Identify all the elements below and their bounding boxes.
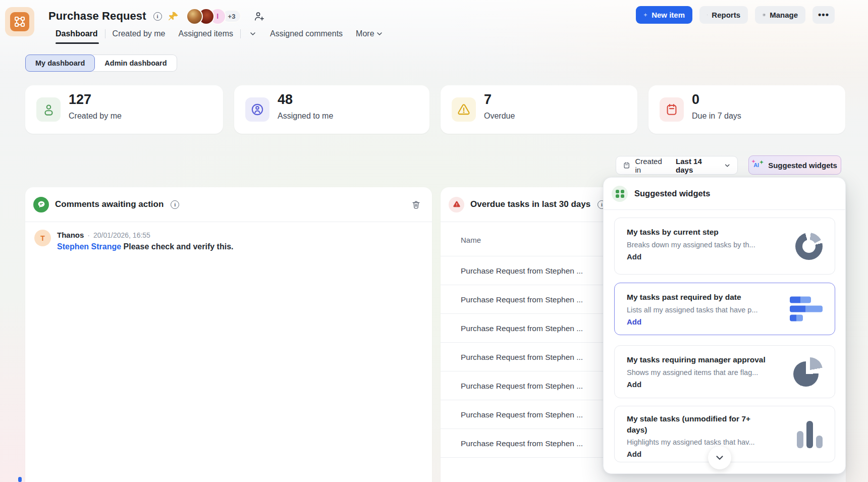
widget-description: Lists all my assigned tasks that have p.… [627, 306, 773, 314]
suggested-widgets-button[interactable]: ✦AI✦ Suggested widgets [748, 155, 841, 175]
ellipsis-icon: ••• [818, 10, 829, 20]
add-widget-button[interactable]: Add [627, 380, 773, 389]
ai-sparkle-icon: ✦AI✦ [752, 160, 764, 170]
comment-avatar: T [34, 230, 51, 246]
tab-more[interactable]: More [356, 29, 374, 38]
widget-description: Shows my assigned items that are flag... [627, 368, 773, 377]
popup-header: Suggested widgets [604, 178, 845, 210]
calendar-icon [660, 97, 684, 122]
dashboard-toggle: My dashboard Admin dashboard [25, 55, 177, 72]
stat-value: 0 [692, 92, 699, 108]
tab-assigned-comments[interactable]: Assigned comments [270, 29, 343, 38]
comments-info-icon[interactable]: i [171, 200, 179, 209]
scrollbar-thumb[interactable] [18, 477, 22, 482]
person-icon [36, 97, 61, 122]
comment-author: Thanos [57, 231, 84, 239]
tab-created-by-me[interactable]: Created by me [113, 29, 166, 38]
widget-card-tasks-past-required-date[interactable]: My tasks past required by date Lists all… [614, 283, 835, 335]
widget-title: My tasks requiring manager approval [627, 354, 773, 365]
bar-chart-icon [707, 11, 708, 19]
chat-bubble-icon [33, 197, 49, 212]
tab-dashboard[interactable]: Dashboard [56, 29, 98, 38]
comments-awaiting-action-panel: Comments awaiting action i T Thanos · 20… [25, 187, 432, 482]
stat-value: 48 [278, 92, 293, 108]
reports-label: Reports [712, 11, 740, 19]
widgets-grid-icon [612, 186, 628, 202]
person-circle-icon [245, 97, 269, 122]
more-options-button[interactable]: ••• [812, 6, 835, 24]
chevron-down-icon [724, 162, 731, 170]
widget-card-tasks-by-current-step[interactable]: My tasks by current step Breaks down my … [614, 218, 835, 275]
page-title: Purchase Request [48, 10, 146, 23]
title-info-icon[interactable]: i [153, 12, 162, 21]
tab-separator [105, 29, 105, 38]
widget-card-tasks-requiring-manager-approval[interactable]: My tasks requiring manager approval Show… [614, 345, 835, 398]
warning-triangle-icon [452, 97, 476, 122]
trash-icon[interactable] [411, 200, 421, 209]
filter-label: Created in [635, 157, 667, 174]
new-item-button[interactable]: New item [636, 6, 692, 24]
widget-description: Breaks down my assigned tasks by th... [627, 241, 773, 249]
add-widget-button[interactable]: Add [627, 450, 764, 458]
add-widget-button[interactable]: Add [627, 317, 773, 326]
comment-item[interactable]: T Thanos · 20/01/2026, 16:55 Stephen Str… [34, 230, 233, 251]
widget-title: My tasks by current step [627, 227, 773, 238]
widget-title: My stale tasks (unmodified for 7+ days) [627, 413, 764, 435]
reports-button[interactable]: Reports [699, 6, 748, 24]
workflow-icon [10, 12, 29, 31]
manage-button[interactable]: Manage [755, 6, 805, 24]
separator-dot: · [87, 231, 90, 239]
stat-card-assigned-to-me[interactable]: 48 Assigned to me [234, 85, 429, 134]
gear-icon [763, 11, 766, 19]
tab-separator [240, 29, 241, 38]
more-tab-chevron-icon[interactable] [375, 30, 384, 38]
plus-icon [643, 11, 647, 19]
comments-panel-title: Comments awaiting action [55, 199, 164, 209]
my-dashboard-toggle[interactable]: My dashboard [25, 55, 95, 72]
overdue-panel-title: Overdue tasks in last 30 days [470, 199, 590, 209]
stat-value: 7 [484, 92, 492, 108]
stat-label: Due in 7 days [692, 112, 741, 121]
add-user-icon[interactable] [253, 11, 265, 22]
manage-label: Manage [770, 11, 798, 19]
widget-title: My tasks past required by date [627, 292, 773, 303]
active-tab-underline [56, 42, 99, 44]
comment-text: Please check and verify this. [124, 242, 234, 251]
horizontal-bar-chart-icon [790, 297, 823, 322]
comments-panel-header: Comments awaiting action i [25, 187, 432, 222]
scroll-down-button[interactable] [708, 446, 731, 469]
new-item-label: New item [652, 11, 685, 19]
stat-card-overdue[interactable]: 7 Overdue [441, 85, 637, 134]
member-avatars[interactable]: I +3 [186, 8, 242, 25]
alert-triangle-icon [449, 197, 464, 212]
donut-chart-icon [795, 233, 823, 260]
calendar-icon [623, 161, 630, 170]
created-in-filter[interactable]: Created in Last 14 days [616, 156, 738, 175]
vertical-bar-chart-icon [797, 420, 823, 448]
suggested-widgets-popup: Suggested widgets My tasks by current st… [603, 177, 846, 474]
pie-chart-icon [793, 357, 823, 387]
popup-title: Suggested widgets [634, 189, 710, 198]
comment-timestamp: 20/01/2026, 16:55 [93, 231, 150, 239]
title-row: Purchase Request i I +3 [48, 6, 265, 26]
stat-card-due-in-7-days[interactable]: 0 Due in 7 days [648, 85, 845, 134]
suggested-widgets-button-label: Suggested widgets [768, 161, 837, 170]
mention-link[interactable]: Stephen Strange [57, 242, 121, 251]
chevron-down-icon [714, 452, 725, 463]
stat-card-created-by-me[interactable]: 127 Created by me [25, 85, 223, 134]
template-app-icon[interactable] [5, 7, 34, 36]
avatar[interactable] [186, 8, 203, 25]
widget-description: Highlights my assigned tasks that hav... [627, 438, 764, 446]
stat-label: Assigned to me [278, 112, 333, 121]
assigned-items-dropdown-chevron-icon[interactable] [249, 30, 257, 38]
admin-dashboard-toggle[interactable]: Admin dashboard [93, 55, 177, 72]
column-header-name: Name [461, 236, 481, 244]
filter-value: Last 14 days [676, 157, 717, 174]
add-widget-button[interactable]: Add [627, 252, 773, 261]
header-actions: New item Reports Manage ••• [636, 6, 835, 24]
tab-bar: Dashboard Created by me Assigned items A… [56, 29, 384, 38]
stat-value: 127 [69, 92, 91, 108]
pin-icon[interactable] [169, 11, 179, 22]
tab-assigned-items[interactable]: Assigned items [179, 29, 234, 38]
stat-label: Created by me [69, 112, 122, 121]
